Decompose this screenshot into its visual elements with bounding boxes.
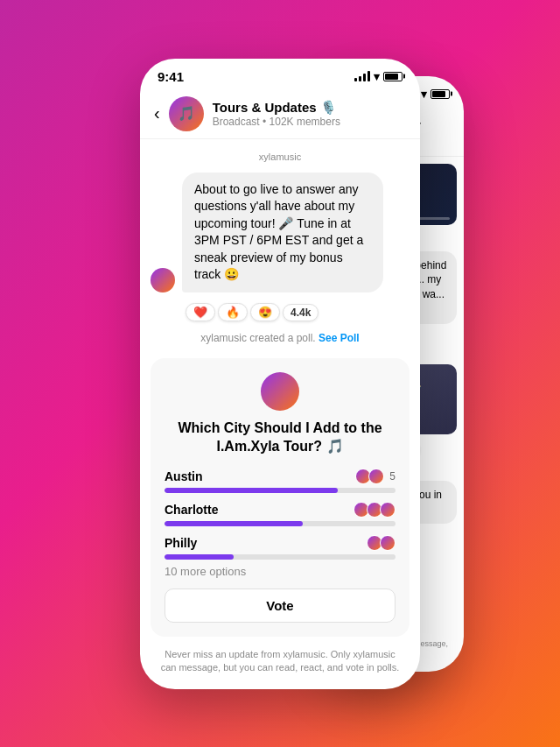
poll-avatar	[261, 372, 299, 411]
option-label-charlotte: Charlotte	[164, 503, 218, 517]
status-time: 9:41	[158, 69, 184, 84]
reactions-row[interactable]: ❤️ 🔥 😍 4.4k	[175, 303, 420, 321]
sender-label: xylamusic	[140, 148, 420, 166]
poll-option-charlotte[interactable]: Charlotte	[164, 502, 396, 526]
poll-notice: xylamusic created a poll. See Poll	[140, 328, 420, 348]
voter-avatar-5	[380, 502, 396, 518]
poll-bar-track-austin	[164, 488, 396, 493]
wifi-icon: ▾	[374, 70, 380, 83]
poll-option-philly[interactable]: Philly	[164, 535, 396, 560]
reaction-eyes[interactable]: 😍	[250, 303, 280, 321]
message-bubble: About to go live to answer any questions…	[182, 173, 383, 293]
status-icons: ▾	[354, 70, 402, 83]
poll-bar-fill-charlotte	[164, 521, 303, 526]
message-row: About to go live to answer any questions…	[140, 173, 420, 293]
poll-option-austin[interactable]: Austin 5	[164, 469, 396, 493]
poll-options: Austin 5	[164, 469, 396, 560]
poll-bar-track-charlotte	[164, 521, 396, 526]
chat-area: xylamusic About to go live to answer any…	[140, 139, 420, 641]
back-button[interactable]: ‹	[154, 103, 160, 123]
poll-bar-fill-philly	[164, 554, 234, 560]
option-voters-charlotte	[354, 502, 396, 518]
main-phone: 9:41 ▾ ‹ 🎵 Tours & Updates	[140, 59, 420, 689]
reaction-fire[interactable]: 🔥	[218, 303, 248, 321]
voter-count-austin: 5	[389, 470, 396, 483]
poll-bar-track-philly	[164, 554, 396, 560]
channel-avatar: 🎵	[169, 96, 204, 131]
poll-card: Which City Should I Add to the I.Am.Xyla…	[150, 358, 410, 637]
voter-avatar-7	[380, 535, 396, 551]
vote-button[interactable]: Vote	[164, 588, 396, 623]
sender-avatar	[150, 268, 175, 292]
channel-subtitle: Broadcast • 102K members	[213, 116, 406, 128]
chat-header: ‹ 🎵 Tours & Updates 🎙️ Broadcast • 102K …	[140, 89, 420, 139]
footer-notice: Never miss an update from xylamusic. Onl…	[140, 641, 420, 689]
sec-battery-icon	[430, 89, 450, 99]
signal-icon	[354, 71, 370, 81]
option-label-austin: Austin	[164, 469, 203, 483]
more-options-label: 10 more options	[164, 565, 246, 578]
option-label-philly: Philly	[164, 536, 197, 550]
poll-notice-text: xylamusic created a poll.	[200, 332, 318, 344]
channel-name: Tours & Updates 🎙️	[213, 100, 406, 116]
voter-avatar-2	[368, 469, 384, 484]
see-poll-link[interactable]: See Poll	[318, 332, 360, 344]
poll-question: Which City Should I Add to the I.Am.Xyla…	[164, 419, 396, 456]
reaction-heart[interactable]: ❤️	[186, 303, 215, 321]
channel-info: Tours & Updates 🎙️ Broadcast • 102K memb…	[213, 100, 406, 128]
reaction-count[interactable]: 4.4k	[283, 304, 318, 321]
option-voters-austin: 5	[355, 469, 396, 484]
option-voters-philly	[367, 535, 396, 551]
battery-icon	[383, 72, 402, 81]
status-bar: 9:41 ▾	[140, 59, 420, 89]
sec-wifi-icon: ▾	[421, 88, 427, 101]
poll-bar-fill-austin	[164, 488, 338, 493]
message-text: About to go live to answer any questions…	[194, 182, 363, 282]
